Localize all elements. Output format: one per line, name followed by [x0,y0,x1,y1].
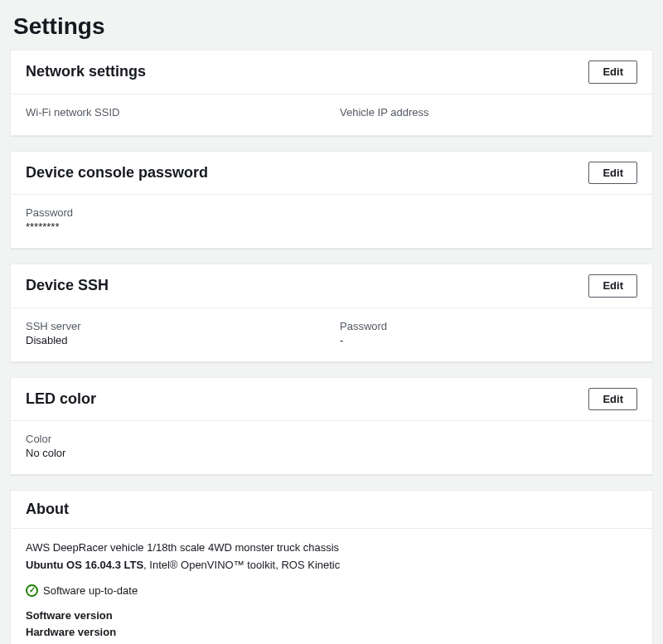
edit-ssh-button[interactable]: Edit [588,274,637,298]
about-software-status-text: Software up-to-date [43,584,138,597]
panel-title-network: Network settings [26,63,146,80]
about-software-version-label: Software version [26,609,113,622]
panel-title-device-ssh: Device SSH [26,277,109,294]
ssh-server-value: Disabled [26,334,323,346]
edit-console-password-button[interactable]: Edit [588,162,637,185]
panel-header-about: About [11,491,652,529]
ssh-server-label: SSH server [26,320,323,332]
console-password-label: Password [26,206,637,219]
panel-header-led-color: LED color Edit [11,378,652,422]
panel-about: About AWS DeepRacer vehicle 1/18th scale… [10,490,653,644]
page-title: Settings [13,13,650,40]
ssh-password-label: Password [340,320,637,332]
wifi-ssid-label: Wi-Fi network SSID [26,106,323,119]
panel-title-led-color: LED color [26,390,96,408]
led-color-value: No color [26,447,637,459]
edit-network-button[interactable]: Edit [588,61,637,84]
about-os-rest: , Intel® OpenVINO™ toolkit, ROS Kinetic [143,559,340,571]
about-hardware-version-label: Hardware version [26,626,116,638]
panel-header-console-password: Device console password Edit [11,152,652,196]
panel-led-color: LED color Edit Color No color [10,377,653,476]
panel-header-network: Network settings Edit [11,51,652,94]
about-software-status: Software up-to-date [26,584,637,597]
vehicle-ip-label: Vehicle IP address [340,106,637,119]
panel-device-ssh: Device SSH Edit SSH server Disabled Pass… [10,264,653,362]
panel-title-about: About [26,501,69,518]
edit-led-button[interactable]: Edit [588,388,637,411]
panel-title-console-password: Device console password [26,164,208,182]
panel-network-settings: Network settings Edit Wi-Fi network SSID… [10,50,653,136]
console-password-value: ******** [26,220,637,233]
about-os-bold: Ubuntu OS 16.04.3 LTS [26,559,143,571]
check-circle-icon [26,584,38,597]
led-color-label: Color [26,433,637,445]
about-os: Ubuntu OS 16.04.3 LTS, Intel® OpenVINO™ … [26,558,637,573]
panel-header-device-ssh: Device SSH Edit [11,264,652,308]
panel-console-password: Device console password Edit Password **… [10,151,653,249]
ssh-password-value: - [340,334,637,346]
about-chassis: AWS DeepRacer vehicle 1/18th scale 4WD m… [26,540,637,555]
